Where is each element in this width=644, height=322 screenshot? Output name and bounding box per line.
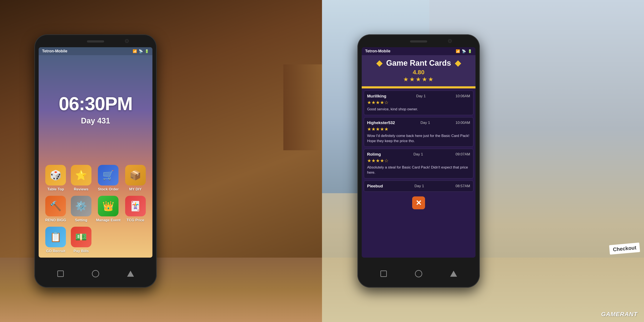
review-card-3: Rolimg Day 1 09:07AM ★★★★☆ Absolutely a … [364, 149, 473, 178]
reviews-app-title: ◆ Game Rant Cards ◆ [365, 58, 472, 68]
review-text-1: Good service, kind shop owner. [367, 107, 470, 112]
phone-speaker-left [87, 40, 104, 42]
phone-right: Tetron-Mobile 📶 📡 🔋 ◆ Game Rant Cards ◆ … [358, 34, 480, 288]
review-meta-2: Highekster532 Day 1 10:00AM [367, 120, 470, 125]
review-card-4: Pieebud Day 1 08:57AM [364, 180, 473, 192]
app-tcgprice-icon: 🃏 [125, 196, 146, 216]
review-meta-1: Murillking Day 1 10:06AM [367, 94, 470, 98]
app-gorecruit-icon: 📋 [45, 227, 66, 247]
app-paybills[interactable]: 💵 Pay Bills [71, 227, 92, 253]
phone-speaker-right [410, 40, 427, 42]
app-mydiy[interactable]: 📦 MY DIY [125, 165, 146, 192]
app-manageevent-label: Manage Event [96, 218, 120, 222]
app-gorecruit[interactable]: 📋 GO Recruit [45, 227, 66, 253]
app-paybills-icon: 💵 [71, 227, 92, 247]
app-stockorder[interactable]: 🛒 Stock Order [96, 165, 120, 192]
diamond-left-icon: ◆ [376, 58, 382, 68]
nav-square-icon-left [57, 270, 64, 277]
app-gorecruit-label: GO Recruit [46, 249, 65, 253]
time-display: 06:30PM Day 431 [39, 55, 152, 160]
review-username-3: Rolimg [367, 152, 381, 157]
review-username-2: Highekster532 [367, 120, 395, 125]
carrier-left: Tetron-Mobile [42, 49, 68, 54]
right-panel: Checkout Tetron-Mobile 📶 📡 🔋 ◆ [322, 0, 644, 322]
watermark: GAMERANT [601, 311, 638, 318]
phone-nav-left [34, 268, 157, 279]
app-grid: 🎲 Table Top ⭐ Reviews 🛒 Stock Order 📦 [39, 160, 152, 258]
app-reviews-label: Reviews [74, 187, 88, 192]
close-button[interactable]: ✕ [412, 196, 425, 209]
review-username-4: Pieebud [367, 184, 383, 188]
review-card-1: Murillking Day 1 10:06AM ★★★★☆ Good serv… [364, 90, 473, 115]
phone-camera-right [448, 39, 452, 43]
carrier-right: Tetron-Mobile [365, 49, 390, 54]
battery-right: 🔋 [468, 49, 472, 53]
app-mydiy-label: MY DIY [129, 187, 142, 192]
rating-number: 4.80 [365, 69, 472, 76]
nav-home-right[interactable] [413, 268, 424, 279]
nav-square-icon-right [380, 270, 387, 277]
nav-triangle-icon-left [127, 271, 134, 277]
app-manageevent-icon: 👑 [98, 196, 118, 216]
review-text-2: Wow I'd definitely come back here just f… [367, 133, 470, 144]
app-renobigg-label: RENO BIGG [45, 218, 66, 222]
app-tabletop-icon: 🎲 [45, 165, 66, 186]
reviews-screen: Tetron-Mobile 📶 📡 🔋 ◆ Game Rant Cards ◆ … [362, 47, 476, 258]
phone-screen-left: Tetron-Mobile 📶 📡 🔋 06:30PM Day 431 [39, 47, 152, 258]
reviews-separator-bar [362, 86, 476, 88]
app-stockorder-label: Stock Order [98, 187, 119, 192]
status-icons-left: 📶 📡 🔋 [133, 49, 149, 53]
review-username-1: Murillking [367, 94, 386, 98]
nav-circle-icon-left [92, 270, 99, 277]
left-panel: Tetron-Mobile 📶 📡 🔋 06:30PM Day 431 [0, 0, 322, 322]
app-setting[interactable]: ⚙️ Setting [71, 196, 92, 222]
review-time-4: 08:57AM [456, 184, 470, 188]
review-time-2: 10:00AM [456, 121, 470, 125]
app-tcgprice[interactable]: 🃏 TCG Price [125, 196, 146, 222]
phone-left: Tetron-Mobile 📶 📡 🔋 06:30PM Day 431 [34, 34, 157, 288]
status-icons-right: 📶 📡 🔋 [456, 49, 472, 53]
review-card-2: Highekster532 Day 1 10:00AM ★★★★★ Wow I'… [364, 117, 473, 147]
phone-screen-right: Tetron-Mobile 📶 📡 🔋 ◆ Game Rant Cards ◆ … [362, 47, 476, 258]
status-bar-right: Tetron-Mobile 📶 📡 🔋 [362, 47, 476, 55]
app-mydiy-icon: 📦 [125, 165, 146, 186]
app-renobigg[interactable]: 🔨 RENO BIGG [45, 196, 66, 222]
signal-right: 📶 [456, 49, 460, 53]
nav-back-right[interactable] [378, 268, 389, 279]
app-setting-label: Setting [75, 218, 87, 222]
app-setting-icon: ⚙️ [71, 196, 92, 216]
home-screen: Tetron-Mobile 📶 📡 🔋 06:30PM Day 431 [39, 47, 152, 258]
review-meta-4: Pieebud Day 1 08:57AM [367, 184, 470, 188]
diamond-right-icon: ◆ [455, 58, 461, 68]
reviews-list: Murillking Day 1 10:06AM ★★★★☆ Good serv… [362, 88, 476, 258]
signal-left: 📶 [133, 49, 137, 53]
review-time-3: 09:07AM [456, 152, 470, 156]
review-stars-2: ★★★★★ [367, 126, 470, 132]
phone-nav-right [358, 268, 480, 279]
app-tcgprice-label: TCG Price [127, 218, 144, 222]
app-stockorder-icon: 🛒 [98, 165, 118, 186]
rating-stars-display: ★★★★★ [365, 76, 472, 83]
close-button-area: ✕ [364, 194, 473, 212]
review-text-3: Absolutely a steal for Basic Card Pack! … [367, 165, 470, 175]
review-day-4: Day 1 [414, 184, 424, 188]
app-tabletop[interactable]: 🎲 Table Top [45, 165, 66, 192]
store-shelf [283, 64, 322, 150]
app-reviews-icon: ⭐ [71, 165, 92, 186]
nav-circle-icon-right [415, 270, 422, 277]
nav-home-left[interactable] [90, 268, 101, 279]
status-bar-left: Tetron-Mobile 📶 📡 🔋 [39, 47, 152, 55]
app-reviews[interactable]: ⭐ Reviews [71, 165, 92, 192]
reviews-header: ◆ Game Rant Cards ◆ 4.80 ★★★★★ [362, 55, 476, 86]
review-day-3: Day 1 [414, 152, 423, 156]
nav-recent-right[interactable] [448, 268, 459, 279]
app-manageevent[interactable]: 👑 Manage Event [96, 196, 120, 222]
review-stars-1: ★★★★☆ [367, 100, 470, 106]
nav-recent-left[interactable] [125, 268, 136, 279]
battery-left: 🔋 [145, 49, 149, 53]
nav-back-left[interactable] [55, 268, 66, 279]
wifi-left: 📡 [139, 49, 143, 53]
day-counter: Day 431 [81, 116, 110, 125]
review-meta-3: Rolimg Day 1 09:07AM [367, 152, 470, 157]
review-day-1: Day 1 [416, 94, 426, 98]
